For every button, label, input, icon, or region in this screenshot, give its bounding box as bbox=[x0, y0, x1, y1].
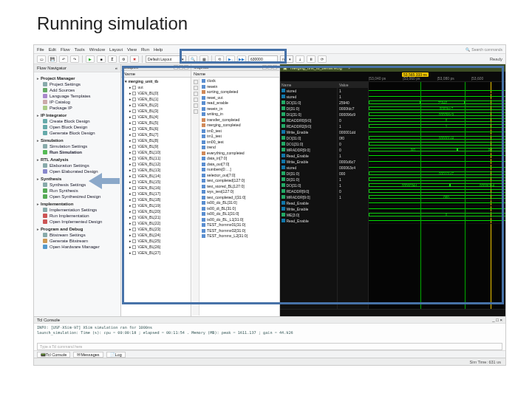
object-signal[interactable]: test_completed_I[31:0] bbox=[200, 195, 279, 201]
wave-row[interactable]: 2594026533 bbox=[369, 100, 505, 106]
wave-row[interactable] bbox=[369, 200, 505, 206]
filter-btn[interactable] bbox=[194, 86, 198, 90]
object-signal[interactable]: clock bbox=[200, 78, 279, 84]
scope-item[interactable]: ▸ \GEN_BL[18] bbox=[122, 197, 190, 202]
menu-layout[interactable]: Layout bbox=[109, 47, 123, 52]
flow-item[interactable]: Generate Block Design bbox=[35, 130, 119, 136]
object-signal[interactable]: ts00_do_BL_L1[31:0] bbox=[200, 217, 279, 223]
flow-item[interactable]: Create Block Design bbox=[35, 118, 119, 124]
wave-signal-name[interactable]: DI[31:0] bbox=[280, 177, 337, 183]
wave-signal-name[interactable]: RDADDR2[9:0] bbox=[280, 123, 337, 129]
scope-item[interactable]: ▸ \GEN_BL[4] bbox=[122, 114, 190, 120]
flow-group[interactable]: IP Integrator bbox=[37, 113, 119, 117]
flow-item[interactable]: Run Simulation bbox=[35, 149, 119, 155]
run-all-button[interactable]: ▶▶ bbox=[237, 55, 246, 63]
object-signal[interactable]: sorting_completed bbox=[200, 89, 279, 95]
column-name[interactable]: Name bbox=[123, 72, 135, 76]
object-signal[interactable]: test_completed[127:0] bbox=[200, 178, 279, 184]
scope-item[interactable]: ▸ uut bbox=[122, 84, 190, 90]
run-for-button[interactable]: ▶₊ bbox=[226, 55, 235, 63]
flow-group[interactable]: Implementation bbox=[37, 202, 119, 206]
wave-row[interactable] bbox=[369, 206, 505, 212]
wave-signal-name[interactable]: WE[3:0] bbox=[280, 212, 337, 218]
scope-item[interactable]: ▸ \GEN_BL[26] bbox=[122, 244, 190, 250]
scope-item[interactable]: ▸ \GEN_BL[16] bbox=[122, 185, 190, 191]
wave-signal-name[interactable]: RDADDR0[9:0] bbox=[280, 117, 337, 123]
object-signal[interactable]: resetn bbox=[200, 84, 279, 90]
wave-row[interactable] bbox=[369, 129, 505, 135]
object-signal[interactable]: wys_test[127:0] bbox=[200, 189, 279, 195]
scope-item[interactable]: ▸ \GEN_BL[7] bbox=[122, 132, 190, 137]
layout-dropdown[interactable]: Default Layout▾ bbox=[146, 55, 186, 63]
menu-file[interactable]: File bbox=[37, 47, 44, 52]
wave-row[interactable]: 0006034d000063b4 bbox=[369, 183, 505, 188]
pane-btn[interactable] bbox=[273, 65, 277, 69]
object-signal[interactable]: everything_completed bbox=[200, 151, 279, 157]
flow-group[interactable]: Simulation bbox=[37, 138, 119, 143]
object-signal[interactable]: TEST_frommx01[31:0] bbox=[200, 222, 279, 228]
wave-row[interactable]: 000101d7 bbox=[369, 171, 505, 177]
scope-item[interactable]: ▸ \GEN_BL[15] bbox=[122, 179, 190, 185]
menu-edit[interactable]: Edit bbox=[49, 47, 56, 52]
wave-row[interactable] bbox=[369, 153, 505, 159]
object-signal[interactable]: reset_uut bbox=[200, 95, 279, 101]
scope-item[interactable]: ▸ \GEN_BL[20] bbox=[122, 208, 190, 214]
wave-row[interactable] bbox=[369, 141, 505, 147]
wave-row[interactable] bbox=[369, 188, 505, 194]
object-signal[interactable]: tm0_test bbox=[200, 129, 279, 134]
collapse-icon[interactable]: « bbox=[115, 66, 117, 70]
pane-btn[interactable] bbox=[174, 65, 178, 69]
waveform-tab[interactable]: ▣ merging_unit_tb_behav.wcfg× bbox=[280, 64, 505, 72]
menu-tools[interactable]: Tools bbox=[75, 47, 85, 52]
undo-button[interactable]: ↶ bbox=[59, 55, 68, 63]
object-signal[interactable]: tm00_test bbox=[200, 140, 279, 146]
flow-item[interactable]: Project Settings bbox=[35, 81, 119, 87]
object-signal[interactable]: read_enable bbox=[200, 100, 279, 106]
wave-signal-name[interactable]: stored bbox=[280, 88, 337, 94]
wave-signal-name[interactable]: Read_Enable bbox=[280, 200, 337, 206]
object-signal[interactable]: ts00_do_BL1[31:0] bbox=[200, 211, 279, 217]
pane-btn[interactable] bbox=[179, 65, 183, 69]
wave-signal-name[interactable]: DI[31:0] bbox=[280, 171, 337, 177]
flow-item[interactable]: Bitstream Settings bbox=[35, 232, 119, 238]
scope-item[interactable]: ▸ \GEN_BL[0] bbox=[122, 90, 190, 96]
object-signal[interactable]: ts00_do_BL[31:0] bbox=[200, 200, 279, 206]
object-signal[interactable]: data_in[7:0] bbox=[200, 156, 279, 162]
flow-item[interactable]: Package IP bbox=[35, 105, 119, 111]
wave-row[interactable] bbox=[369, 88, 505, 94]
menu-window[interactable]: Window bbox=[89, 47, 105, 52]
scope-item[interactable]: ▸ \GEN_BL[5] bbox=[122, 120, 190, 126]
flow-item[interactable]: Implementation Settings bbox=[35, 207, 119, 213]
menu-flow[interactable]: Flow bbox=[61, 47, 70, 52]
wave-signal-name[interactable]: DO[31:0] bbox=[280, 135, 337, 141]
wave-signal-name[interactable]: stored bbox=[280, 165, 337, 171]
flow-item[interactable]: Run Implementation bbox=[35, 213, 119, 219]
flow-item[interactable]: IP Catalog bbox=[35, 99, 119, 105]
scope-item[interactable]: ▸ \GEN_BL[12] bbox=[122, 161, 190, 167]
wave-row[interactable]: 0 bbox=[369, 117, 505, 123]
wave-signal-name[interactable]: Write_Enable bbox=[280, 206, 337, 212]
redo-button[interactable]: ↷ bbox=[70, 55, 79, 63]
flow-item[interactable]: Simulation Settings bbox=[35, 143, 119, 149]
wave-row[interactable]: 0 bbox=[369, 212, 505, 218]
scope-item[interactable]: ▸ \GEN_BL[25] bbox=[122, 238, 190, 244]
wave-signal-name[interactable]: WRADDR[9:0] bbox=[280, 194, 337, 200]
wave-signal-name[interactable]: DO1[31:0] bbox=[280, 141, 337, 147]
flow-item[interactable]: Open Elaborated Design bbox=[35, 168, 119, 174]
zoom-button[interactable]: 🔍 bbox=[188, 55, 197, 63]
pane-controls[interactable]: _ □ × bbox=[492, 318, 502, 322]
flow-group[interactable]: Project Manager bbox=[37, 76, 119, 81]
wave-row[interactable]: 0f00f1 bbox=[369, 147, 505, 153]
wave-row[interactable] bbox=[369, 218, 505, 224]
object-signal[interactable]: data_out[7:0] bbox=[200, 162, 279, 168]
object-signal[interactable]: selector_out[7:0] bbox=[200, 173, 279, 179]
scope-item[interactable]: ▸ \GEN_BL[6] bbox=[122, 126, 190, 132]
column-name[interactable]: Name bbox=[194, 72, 205, 76]
filter-btn[interactable] bbox=[194, 80, 198, 84]
object-signal[interactable]: writing_in bbox=[200, 112, 279, 117]
object-signal[interactable]: test_stored_BL[127:0] bbox=[200, 184, 279, 190]
stop-button[interactable]: ■ bbox=[97, 55, 106, 63]
tab-log[interactable]: 📄 Log bbox=[106, 352, 126, 358]
relaunch-button[interactable]: ⟳ bbox=[318, 55, 327, 63]
object-signal[interactable]: merging_completed bbox=[200, 123, 279, 129]
